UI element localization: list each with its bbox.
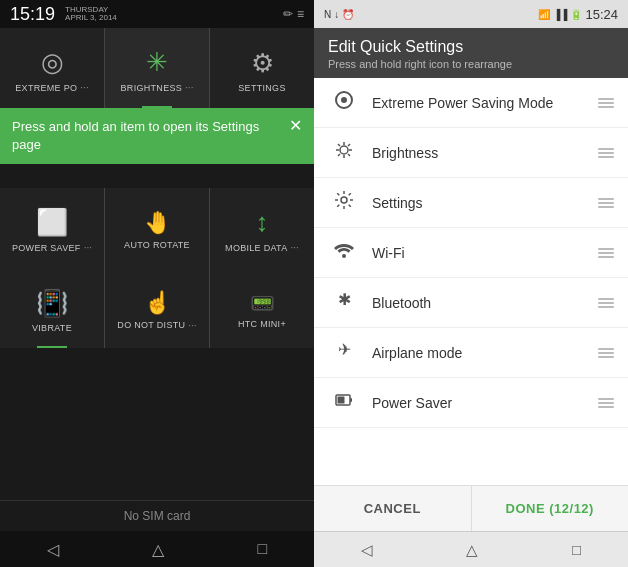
- tile-vibrate[interactable]: 📳 VIBRATE: [0, 268, 104, 348]
- tile-htc-mini[interactable]: 📟 HTC MINI+: [210, 268, 314, 348]
- svg-point-12: [342, 254, 346, 258]
- right-status-bar: N ↓ ⏰ 📶 ▐▐ 🔋 15:24: [314, 0, 628, 28]
- svg-rect-16: [350, 398, 352, 402]
- power-saver-icon: ⬜: [36, 207, 68, 238]
- brightness-label: Brightness: [372, 145, 598, 161]
- airplane-mode-icon: ✈: [328, 340, 360, 365]
- power-saver-label: POWER SAVEF: [12, 243, 81, 253]
- wifi-icon: [328, 240, 360, 265]
- left-back-button[interactable]: ◁: [47, 540, 59, 559]
- vibrate-underline: [37, 346, 67, 348]
- airplane-mode-handle[interactable]: [598, 348, 614, 358]
- settings-item-extreme-power[interactable]: Extreme Power Saving Mode: [314, 78, 628, 128]
- right-bottom-actions: CANCEL DONE (12/12): [314, 485, 628, 531]
- right-recent-button[interactable]: □: [572, 541, 581, 558]
- edit-title: Edit Quick Settings: [328, 38, 614, 56]
- left-recent-button[interactable]: □: [258, 540, 268, 558]
- extreme-power-label: EXTREME PO: [15, 83, 77, 93]
- download-icon: ↓: [334, 9, 339, 20]
- power-saver-handle[interactable]: [598, 398, 614, 408]
- tile-brightness[interactable]: ✳ BRIGHTNESS ···: [105, 28, 209, 108]
- tooltip-popup: Press and hold an item to open its Setti…: [0, 108, 314, 164]
- done-button[interactable]: DONE (12/12): [472, 486, 629, 531]
- settings-item-bluetooth[interactable]: ✱ Bluetooth: [314, 278, 628, 328]
- menu-icon: ≡: [297, 7, 304, 21]
- tile-auto-rotate[interactable]: 🤚 AUTO ROTATE: [105, 188, 209, 268]
- brightness-icon: ✳: [146, 47, 168, 78]
- left-time: 15:19: [10, 4, 55, 25]
- settings-label: SETTINGS: [238, 83, 285, 93]
- vibrate-label: VIBRATE: [32, 323, 72, 333]
- svg-line-7: [338, 144, 340, 146]
- tile-do-not-disturb[interactable]: ☝ DO NOT DISTU ···: [105, 268, 209, 348]
- extreme-power-handle[interactable]: [598, 98, 614, 108]
- tile-extreme-power[interactable]: ◎ EXTREME PO ···: [0, 28, 104, 108]
- svg-rect-17: [338, 397, 345, 404]
- svg-text:✈: ✈: [338, 341, 351, 358]
- auto-rotate-label: AUTO ROTATE: [124, 240, 190, 250]
- right-status-icons-left: N ↓ ⏰: [324, 9, 354, 20]
- svg-point-2: [340, 146, 348, 154]
- brightness-icon: [328, 140, 360, 165]
- settings-handle[interactable]: [598, 198, 614, 208]
- tooltip-close-button[interactable]: ✕: [289, 116, 302, 135]
- settings-icon: ⚙: [251, 48, 274, 79]
- settings-item-settings[interactable]: Settings: [314, 178, 628, 228]
- extreme-power-label: Extreme Power Saving Mode: [372, 95, 598, 111]
- settings-label: Settings: [372, 195, 598, 211]
- svg-line-10: [338, 154, 340, 156]
- right-status-icons-right: 📶 ▐▐ 🔋 15:24: [538, 7, 618, 22]
- right-bottom-nav: ◁ △ □: [314, 531, 628, 567]
- no-sim-text: No SIM card: [124, 509, 191, 523]
- wifi-label: Wi-Fi: [372, 245, 598, 261]
- tiles-wrapper: ◎ EXTREME PO ··· ✳ BRIGHTNESS ··· ⚙ SETT…: [0, 28, 314, 500]
- extreme-power-icon: [328, 90, 360, 115]
- left-status-icons: ✏ ≡: [283, 7, 304, 21]
- wifi-handle[interactable]: [598, 248, 614, 258]
- signal-icon: ▐▐: [553, 9, 567, 20]
- power-saver-label: Power Saver: [372, 395, 598, 411]
- settings-item-wifi[interactable]: Wi-Fi: [314, 228, 628, 278]
- nfc-icon: N: [324, 9, 331, 20]
- do-not-disturb-label: DO NOT DISTU: [117, 320, 185, 330]
- edit-subtitle: Press and hold right icon to rearrange: [328, 58, 614, 70]
- alarm-icon: ⏰: [342, 9, 354, 20]
- tile-mobile-data[interactable]: ↕ MOBILE DATA ···: [210, 188, 314, 268]
- mobile-data-label: MOBILE DATA: [225, 243, 287, 253]
- tooltip-row: ⬛AndroidPIT··· ⬛BLUETOOTH··· ↕AIRPLANE M…: [0, 108, 314, 188]
- settings-icon: [328, 190, 360, 215]
- right-home-button[interactable]: △: [466, 541, 478, 559]
- left-bottom-nav: ◁ △ □: [0, 531, 314, 567]
- edit-header: Edit Quick Settings Press and hold right…: [314, 28, 628, 78]
- settings-item-power-saver[interactable]: Power Saver: [314, 378, 628, 428]
- date-full: APRIL 3, 2014: [65, 14, 117, 22]
- left-panel: 15:19 THURSDAY APRIL 3, 2014 ✏ ≡ ◎ EXTRE…: [0, 0, 314, 567]
- auto-rotate-icon: 🤚: [144, 210, 171, 236]
- right-back-button[interactable]: ◁: [361, 541, 373, 559]
- tile-settings[interactable]: ⚙ SETTINGS: [210, 28, 314, 108]
- tile-power-saver[interactable]: ⬜ POWER SAVEF ···: [0, 188, 104, 268]
- mobile-data-icon: ↕: [256, 207, 269, 238]
- settings-item-airplane-mode[interactable]: ✈ Airplane mode: [314, 328, 628, 378]
- svg-line-8: [348, 154, 350, 156]
- bluetooth-label: Bluetooth: [372, 295, 598, 311]
- right-panel: N ↓ ⏰ 📶 ▐▐ 🔋 15:24 Edit Quick Settings P…: [314, 0, 628, 567]
- svg-point-1: [341, 97, 347, 103]
- extreme-power-icon: ◎: [41, 47, 64, 78]
- svg-line-9: [348, 144, 350, 146]
- grid-row-1: ◎ EXTREME PO ··· ✳ BRIGHTNESS ··· ⚙ SETT…: [0, 28, 314, 108]
- svg-text:✱: ✱: [338, 291, 351, 308]
- bluetooth-handle[interactable]: [598, 298, 614, 308]
- htc-mini-icon: 📟: [250, 291, 275, 315]
- cancel-button[interactable]: CANCEL: [314, 486, 472, 531]
- left-home-button[interactable]: △: [152, 540, 164, 559]
- battery-icon: 🔋: [570, 9, 582, 20]
- left-status-bar: 15:19 THURSDAY APRIL 3, 2014 ✏ ≡: [0, 0, 314, 28]
- vibrate-icon: 📳: [36, 288, 68, 319]
- date-block: THURSDAY APRIL 3, 2014: [65, 6, 117, 22]
- settings-list: Extreme Power Saving Mode Brightness: [314, 78, 628, 485]
- no-sim-bar: No SIM card: [0, 500, 314, 531]
- wifi-status-icon: 📶: [538, 9, 550, 20]
- settings-item-brightness[interactable]: Brightness: [314, 128, 628, 178]
- brightness-handle[interactable]: [598, 148, 614, 158]
